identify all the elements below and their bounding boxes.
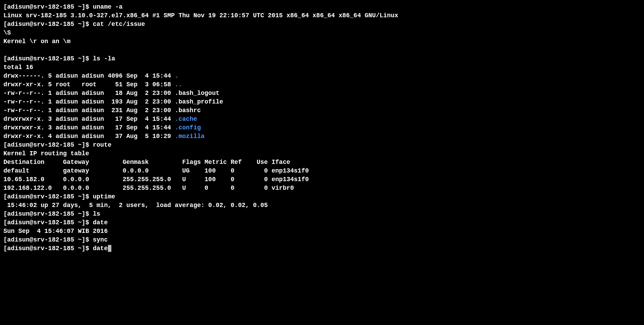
output-line: 15:46:02 up 27 days, 5 min, 2 users, loa… (3, 201, 641, 210)
ls-meta: drwxrwxr-x. 3 adisun adisun 17 Sep 4 15:… (3, 116, 175, 122)
ls-row: -rw-r--r--. 1 adisun adisun 18 Aug 2 23:… (3, 89, 641, 98)
shell-prompt: [adisun@srv-182-185 ~]$ (3, 141, 93, 148)
output-line: Kernel IP routing table (3, 149, 641, 158)
command-text: ls (93, 210, 100, 217)
command-line: [adisun@srv-182-185 ~]$ cat /etc/issue (3, 20, 641, 29)
ls-row: -rw-r--r--. 1 adisun adisun 231 Aug 2 23… (3, 106, 641, 115)
directory-name: .cache (175, 116, 197, 122)
command-text: date (93, 219, 108, 226)
directory-name: . (175, 72, 179, 79)
ls-meta: drwxr-xr-x. 5 root root 51 Sep 3 06:58 (3, 81, 175, 88)
command-text: uptime (93, 193, 115, 200)
ls-row: drwxrwxr-x. 3 adisun adisun 17 Sep 4 15:… (3, 115, 641, 124)
directory-name: .config (175, 124, 201, 131)
output-line: total 16 (3, 63, 641, 72)
command-text: route (93, 141, 111, 148)
ls-meta: drwx------. 5 adisun adisun 4096 Sep 4 1… (3, 72, 175, 79)
command-line: [adisun@srv-182-185 ~]$ route (3, 141, 641, 149)
terminal[interactable]: [adisun@srv-182-185 ~]$ uname -a Linux s… (3, 3, 641, 253)
ls-meta: drwxrwxr-x. 3 adisun adisun 17 Sep 4 15:… (3, 124, 175, 131)
ls-row: drwxr-xr-x. 4 adisun adisun 37 Aug 5 10:… (3, 132, 641, 141)
command-text: sync (93, 236, 108, 243)
directory-name: .mozilla (175, 133, 204, 140)
output-line: \S (3, 29, 641, 37)
shell-prompt: [adisun@srv-182-185 ~]$ (3, 3, 93, 10)
command-line: [adisun@srv-182-185 ~]$ date (3, 218, 641, 227)
output-line: Kernel \r on an \m (3, 37, 641, 46)
shell-prompt: [adisun@srv-182-185 ~]$ (3, 236, 93, 243)
command-line: [adisun@srv-182-185 ~]$ sync (3, 236, 641, 244)
route-row: 10.65.182.0 0.0.0.0 255.255.255.0 U 100 … (3, 175, 641, 184)
command-line: [adisun@srv-182-185 ~]$ ls -la (3, 55, 641, 63)
command-text: date (93, 245, 108, 252)
command-line: [adisun@srv-182-185 ~]$ ls (3, 210, 641, 218)
command-line: [adisun@srv-182-185 ~]$ uname -a (3, 3, 641, 11)
shell-prompt: [adisun@srv-182-185 ~]$ (3, 210, 93, 217)
cursor-icon (108, 245, 111, 252)
shell-prompt: [adisun@srv-182-185 ~]$ (3, 21, 93, 28)
route-row: default gateway 0.0.0.0 UG 100 0 0 enp13… (3, 167, 641, 175)
shell-prompt: [adisun@srv-182-185 ~]$ (3, 219, 93, 226)
command-line: [adisun@srv-182-185 ~]$ uptime (3, 193, 641, 201)
command-line-current[interactable]: [adisun@srv-182-185 ~]$ date (3, 244, 641, 253)
output-line: Sun Sep 4 15:46:07 WIB 2016 (3, 227, 641, 236)
command-text: ls -la (93, 55, 115, 62)
route-row: 192.168.122.0 0.0.0.0 255.255.255.0 U 0 … (3, 184, 641, 193)
directory-name: .. (175, 81, 182, 88)
ls-row: drwxrwxr-x. 3 adisun adisun 17 Sep 4 15:… (3, 124, 641, 132)
command-text: cat /etc/issue (93, 21, 145, 28)
ls-meta: drwxr-xr-x. 4 adisun adisun 37 Aug 5 10:… (3, 133, 175, 140)
ls-row: drwxr-xr-x. 5 root root 51 Sep 3 06:58 .… (3, 80, 641, 89)
shell-prompt: [adisun@srv-182-185 ~]$ (3, 245, 93, 252)
ls-row: drwx------. 5 adisun adisun 4096 Sep 4 1… (3, 72, 641, 80)
ls-row: -rw-r--r--. 1 adisun adisun 193 Aug 2 23… (3, 98, 641, 106)
blank-line (3, 46, 641, 55)
shell-prompt: [adisun@srv-182-185 ~]$ (3, 193, 93, 200)
output-line: Linux srv-182-185 3.10.0-327.el7.x86_64 … (3, 11, 641, 20)
route-header: Destination Gateway Genmask Flags Metric… (3, 158, 641, 167)
command-text: uname -a (93, 3, 122, 10)
shell-prompt: [adisun@srv-182-185 ~]$ (3, 55, 93, 62)
